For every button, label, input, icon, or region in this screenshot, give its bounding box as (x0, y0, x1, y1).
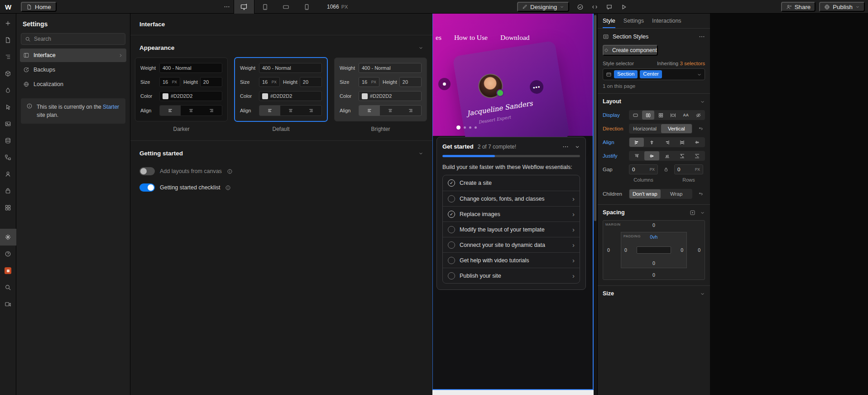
justify-center-icon[interactable] (644, 151, 659, 160)
search-input[interactable] (34, 36, 121, 42)
layout-section-header[interactable]: Layout (598, 94, 710, 108)
selector-tag-section[interactable]: Section (614, 70, 638, 78)
ecommerce-icon[interactable] (0, 183, 16, 199)
comment-icon[interactable] (606, 4, 613, 10)
pagination-dot[interactable] (464, 126, 466, 129)
marketplace-app-icon[interactable] (0, 262, 16, 279)
pages-icon[interactable] (0, 32, 16, 48)
gap-lock-icon[interactable] (662, 165, 671, 174)
tab-style[interactable]: Style (603, 14, 615, 28)
pagination-dot[interactable] (475, 126, 477, 129)
canvas-width-readout[interactable]: 1066 PX (327, 4, 348, 10)
reverse-wrap-icon[interactable] (696, 189, 705, 198)
cms-icon[interactable] (0, 132, 16, 149)
margin-right-value[interactable]: 0 (698, 247, 700, 253)
settings-icon[interactable] (0, 229, 16, 246)
assets-icon[interactable] (0, 116, 16, 132)
info-icon[interactable] (227, 169, 233, 174)
chevron-down-icon[interactable] (700, 210, 705, 215)
breakpoint-phone[interactable] (296, 0, 317, 14)
display-inline-icon[interactable]: AA (680, 111, 692, 120)
hero-section[interactable]: es How to Use Download ••• Jacqueline Sa… (432, 14, 594, 136)
margin-top-value[interactable]: 0 (603, 222, 705, 228)
justify-start-icon[interactable] (629, 151, 644, 160)
checklist-item[interactable]: Create a site› (443, 175, 580, 191)
canvas-scrollbar[interactable] (594, 14, 597, 395)
nav-link[interactable]: Download (500, 34, 530, 42)
gap-columns-input[interactable]: 0 PX (629, 164, 658, 174)
chevron-down-icon[interactable] (418, 151, 423, 156)
nav-link[interactable]: es (436, 34, 441, 42)
webflow-logo[interactable]: W (0, 0, 16, 14)
design-canvas[interactable]: es How to Use Download ••• Jacqueline Sa… (432, 14, 594, 395)
chevron-down-icon[interactable] (418, 45, 423, 50)
create-component-button[interactable]: Create component (603, 45, 658, 56)
breakpoint-phone-landscape[interactable] (275, 0, 296, 14)
checklist-item[interactable]: Get help with video tutorials› (443, 252, 580, 268)
components-icon[interactable] (0, 65, 16, 82)
slider-dot-button[interactable] (438, 78, 451, 90)
align-stretch-icon[interactable] (675, 138, 689, 147)
align-baseline-icon[interactable] (690, 138, 705, 147)
selector-field[interactable]: Section Center (603, 68, 705, 80)
nav-link[interactable]: How to Use (454, 34, 488, 42)
sidebar-item-localization[interactable]: Localization (20, 77, 126, 91)
display-grid-icon[interactable] (655, 111, 667, 120)
checklist-item[interactable]: Connect your site to dynamic data› (443, 237, 580, 252)
video-tutorials-icon[interactable] (0, 296, 16, 313)
appearance-section-header[interactable]: Appearance (130, 35, 432, 58)
breakpoint-desktop[interactable] (234, 0, 254, 14)
chevron-down-icon[interactable] (697, 72, 702, 77)
search-icon[interactable] (0, 279, 16, 296)
checklist-item[interactable]: Change colors, fonts, and classes› (443, 191, 580, 206)
display-flex-icon[interactable] (642, 111, 654, 120)
settings-search[interactable] (21, 33, 125, 45)
logic-icon[interactable] (0, 149, 16, 166)
align-start-icon[interactable] (629, 138, 644, 147)
users-icon[interactable] (0, 166, 16, 183)
checklist-item[interactable]: Modify the layout of your template› (443, 222, 580, 237)
breakpoint-tablet[interactable] (254, 0, 275, 14)
getting-started-checklist-toggle[interactable] (139, 183, 155, 192)
checklist-item[interactable]: Replace images› (443, 206, 580, 222)
tab-interactions[interactable]: Interactions (652, 14, 681, 28)
display-none-icon[interactable] (692, 111, 705, 120)
theme-card-default[interactable]: Weight 400 - Normal Size 16PX Height 20 … (235, 58, 327, 121)
chevron-down-icon[interactable] (700, 291, 705, 296)
inheriting-info[interactable]: Inheriting 3 selectors (657, 61, 705, 66)
check-circle-icon[interactable] (577, 4, 584, 10)
padding-left-value[interactable]: 0 (624, 247, 627, 253)
info-icon[interactable] (225, 185, 231, 191)
publish-button[interactable]: Publish (819, 2, 865, 12)
home-button[interactable]: Home (21, 2, 57, 12)
navigator-icon[interactable] (0, 48, 16, 65)
plan-link[interactable]: Starter (103, 104, 119, 110)
display-block-icon[interactable] (629, 111, 642, 120)
mode-dropdown[interactable]: Designing (517, 2, 569, 12)
margin-bottom-value[interactable]: 0 (603, 272, 705, 278)
pagination-dot[interactable] (469, 126, 471, 129)
tab-settings[interactable]: Settings (623, 14, 644, 28)
direction-horizontal[interactable]: Horizontal (629, 124, 661, 133)
sidebar-item-interface[interactable]: Interface (20, 48, 126, 62)
direction-vertical[interactable]: Vertical (661, 124, 692, 133)
justify-between-icon[interactable] (675, 151, 689, 160)
code-icon[interactable] (591, 4, 598, 10)
add-layouts-toggle[interactable] (139, 167, 155, 175)
justify-end-icon[interactable] (660, 151, 674, 160)
getting-started-section-header[interactable]: Getting started (130, 141, 432, 163)
children-wrap[interactable]: Wrap (661, 189, 692, 198)
theme-card-brighter[interactable]: Weight 400 - Normal Size 16PX Height 20 … (334, 58, 427, 121)
collapse-chevron-icon[interactable] (575, 144, 580, 149)
align-center-icon[interactable] (644, 138, 659, 147)
slider-pagination[interactable] (456, 125, 477, 130)
pagination-dot-active[interactable] (456, 125, 460, 130)
avatar[interactable] (477, 72, 505, 100)
preview-play-icon[interactable] (620, 4, 627, 10)
more-menu-icon[interactable] (562, 144, 569, 150)
theme-card-darker[interactable]: Weight 400 - Normal Size 16PX Height 20 … (135, 58, 228, 121)
chevron-down-icon[interactable] (700, 99, 705, 104)
selector-tag-center[interactable]: Center (640, 70, 662, 78)
card-menu-button[interactable]: ••• (529, 79, 544, 95)
margin-left-value[interactable]: 0 (607, 247, 610, 253)
